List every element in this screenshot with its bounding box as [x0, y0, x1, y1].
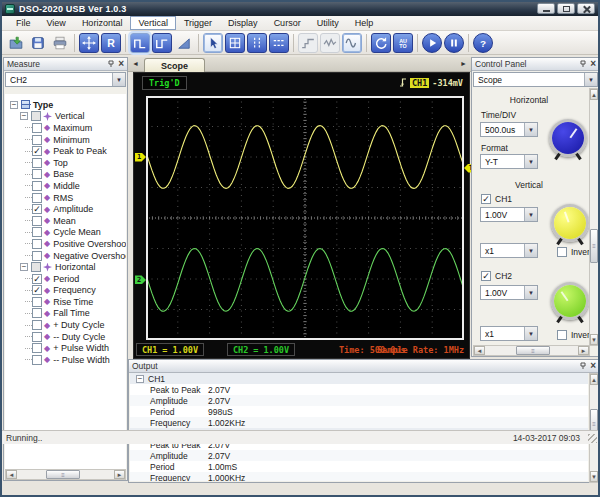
scroll-right-icon[interactable]: ►	[114, 470, 125, 479]
close-panel-icon[interactable]: ×	[118, 60, 124, 68]
tree-group-checkbox[interactable]	[31, 262, 41, 272]
measure-item-checkbox[interactable]	[32, 251, 42, 261]
ch2-scale-select[interactable]: 1.00V ▼	[480, 285, 538, 300]
time-div-knob[interactable]	[549, 119, 587, 157]
menu-item-file[interactable]: File	[8, 16, 39, 30]
scroll-left-icon[interactable]: ◄	[6, 470, 17, 479]
tree-item-rms[interactable]: ◆RMS	[10, 192, 126, 204]
measure-item-checkbox[interactable]	[32, 123, 42, 133]
play-icon[interactable]	[422, 33, 442, 53]
chevron-down-icon[interactable]: ▼	[524, 123, 537, 136]
ch1-position-knob[interactable]	[551, 204, 589, 242]
menu-item-vertical[interactable]: Vertical	[130, 16, 176, 30]
measure-item-checkbox[interactable]: ✓	[32, 274, 42, 284]
chevron-down-icon[interactable]: ▼	[584, 73, 597, 86]
ch2-probe-select[interactable]: x1 ▼	[480, 326, 538, 341]
open-icon[interactable]	[6, 33, 26, 53]
scroll-thumb[interactable]: ≡	[46, 470, 80, 479]
scroll-down-icon[interactable]: ▼	[590, 334, 598, 345]
measure-item-checkbox[interactable]	[32, 227, 42, 237]
tree-item--duty-cycle[interactable]: ◆+ Duty Cycle	[10, 319, 126, 331]
menu-item-horizontal[interactable]: Horizontal	[74, 16, 131, 30]
tab-scroll-right-icon[interactable]: ►	[460, 60, 467, 67]
measure-item-checkbox[interactable]	[32, 343, 42, 353]
close-panel-icon[interactable]: ×	[590, 60, 596, 68]
tree-item-top[interactable]: ◆Top	[10, 157, 126, 169]
tree-item-base[interactable]: ◆Base	[10, 169, 126, 181]
refresh-icon[interactable]	[371, 33, 391, 53]
ramp-icon[interactable]	[174, 33, 194, 53]
tree-expander-icon[interactable]: −	[20, 263, 28, 271]
measure-item-checkbox[interactable]: ✓	[32, 146, 42, 156]
chevron-down-icon[interactable]: ▼	[524, 244, 537, 257]
help-icon[interactable]: ?	[473, 33, 493, 53]
chevron-down-icon[interactable]: ▼	[524, 208, 537, 221]
tree-item--pulse-width[interactable]: ◆-- Pulse Width	[10, 354, 126, 366]
ch2-checkbox[interactable]: ✓	[481, 271, 491, 281]
scroll-thumb[interactable]: ≡	[590, 229, 598, 263]
measure-item-checkbox[interactable]	[32, 169, 42, 179]
sine-wave-icon[interactable]	[342, 33, 362, 53]
step-wave-icon[interactable]	[298, 33, 318, 53]
tab-scroll-left-icon[interactable]: ◄	[132, 60, 139, 67]
ch1-scale-select[interactable]: 1.00V ▼	[480, 207, 538, 222]
scroll-left-icon[interactable]: ◄	[474, 346, 485, 355]
chevron-down-icon[interactable]: ▼	[524, 327, 537, 340]
measure-hscrollbar[interactable]: ◄ ≡ ►	[5, 469, 126, 480]
tree-item-negative-overshoot[interactable]: ◆Negative Overshoot	[10, 250, 126, 262]
tree-item-fall-time[interactable]: ◆Fall Time	[10, 308, 126, 320]
measure-channel-select[interactable]: CH2 ▼	[5, 72, 126, 87]
save-icon[interactable]	[28, 33, 48, 53]
tree-item-cycle-mean[interactable]: ◆Cycle Mean	[10, 227, 126, 239]
tree-item--duty-cycle[interactable]: ◆-- Duty Cycle	[10, 331, 126, 343]
scroll-thumb[interactable]: ≡	[516, 346, 550, 355]
output-group-ch1[interactable]: −CH1	[130, 373, 588, 384]
tree-item-positive-overshoot[interactable]: ◆Positive Overshoot	[10, 238, 126, 250]
tree-item-maximum[interactable]: ◆Maximum	[10, 122, 126, 134]
measure-item-checkbox[interactable]	[32, 216, 42, 226]
tree-item-middle[interactable]: ◆Middle	[10, 180, 126, 192]
tree-group-checkbox[interactable]	[31, 111, 41, 121]
tree-group-horizontal[interactable]: −Horizontal	[10, 261, 126, 273]
measure-item-checkbox[interactable]	[32, 135, 42, 145]
measure-item-checkbox[interactable]	[32, 158, 42, 168]
tree-item-mean[interactable]: ◆Mean	[10, 215, 126, 227]
measure-item-checkbox[interactable]	[32, 193, 42, 203]
tree-item-amplitude[interactable]: ✓◆Amplitude	[10, 203, 126, 215]
menu-item-cursor[interactable]: Cursor	[266, 16, 309, 30]
tree-item--pulse-width[interactable]: ◆+ Pulse Width	[10, 342, 126, 354]
minimize-button[interactable]	[537, 3, 555, 14]
tree-item-period[interactable]: ✓◆Period	[10, 273, 126, 285]
pointer-icon[interactable]	[203, 33, 223, 53]
measure-item-checkbox[interactable]	[32, 308, 42, 318]
ch1-invert-checkbox[interactable]	[557, 247, 567, 257]
tree-root-type[interactable]: −Type	[10, 99, 126, 111]
tree-expander-icon[interactable]: −	[10, 101, 18, 109]
channel-marker-1[interactable]: 1	[135, 153, 146, 162]
menu-item-utility[interactable]: Utility	[309, 16, 347, 30]
pause-icon[interactable]	[444, 33, 464, 53]
chevron-down-icon[interactable]: ▼	[112, 73, 125, 86]
chevron-down-icon[interactable]: ▼	[524, 155, 537, 168]
ch2-invert-checkbox[interactable]	[557, 330, 567, 340]
menu-item-trigger[interactable]: Trigger	[176, 16, 220, 30]
measure-item-checkbox[interactable]	[32, 181, 42, 191]
menu-item-view[interactable]: View	[39, 16, 74, 30]
measure-item-checkbox[interactable]	[32, 297, 42, 307]
print-icon[interactable]	[50, 33, 70, 53]
measure-item-checkbox[interactable]	[32, 239, 42, 249]
pin-icon[interactable]	[579, 60, 587, 68]
noise-wave-icon[interactable]	[320, 33, 340, 53]
pulse-high-icon[interactable]	[130, 33, 150, 53]
output-vscrollbar[interactable]: ▲ ≡ ▼	[589, 373, 599, 483]
scroll-up-icon[interactable]: ▲	[590, 374, 598, 385]
ch2-position-knob[interactable]	[551, 282, 589, 320]
tree-item-rise-time[interactable]: ◆Rise Time	[10, 296, 126, 308]
ch1-checkbox[interactable]: ✓	[481, 194, 491, 204]
pulse-low-icon[interactable]	[152, 33, 172, 53]
pin-icon[interactable]	[579, 362, 587, 370]
tree-group-vertical[interactable]: −Vertical	[10, 111, 126, 123]
tree-item-frequency[interactable]: ✓◆Frequency	[10, 285, 126, 297]
menu-item-help[interactable]: Help	[347, 16, 382, 30]
chevron-down-icon[interactable]: ▼	[524, 286, 537, 299]
